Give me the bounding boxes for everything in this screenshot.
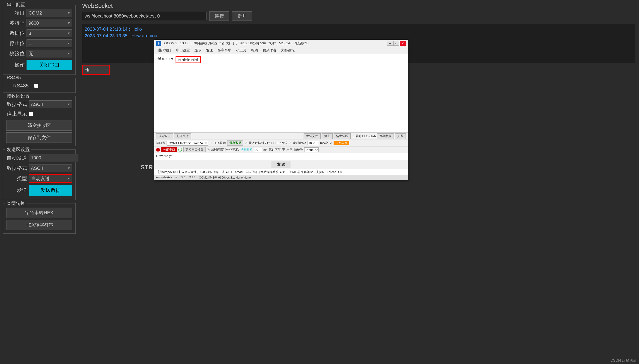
sscom-checkbox-english: ☐ (362, 134, 365, 138)
data-bits-select[interactable]: 8 (26, 29, 72, 37)
sscom-checkbox-hex-send[interactable]: ☐ (271, 142, 274, 145)
sscom-english-label: English (366, 134, 376, 138)
sscom-main-content: HiI am fine HiHiHiHiHiHi (154, 54, 408, 132)
sscom-send-file-button[interactable]: 发送文件 (304, 133, 321, 139)
recv-format-select-wrapper[interactable]: ASCII ▼ (29, 100, 72, 108)
send-data-format-row: 数据格式 ASCII ▼ (6, 164, 72, 172)
sscom-timing-unit: ms/次 (320, 141, 328, 145)
sscom-refresh-icon[interactable] (178, 148, 182, 152)
baud-select-wrapper[interactable]: 9600 ▼ (26, 19, 72, 27)
sscom-port-label: 端口号 (156, 141, 165, 145)
baud-select[interactable]: 9600 (26, 19, 72, 27)
sscom-checkbox-add-time[interactable]: ☑ (207, 148, 210, 152)
send-format-select[interactable]: ASCII (29, 164, 72, 172)
send-data-format-label: 数据格式 (6, 165, 27, 172)
type-select-wrapper[interactable]: 自动发送 ▼ (29, 174, 72, 183)
maximize-button[interactable]: □ (393, 41, 399, 46)
ws-msg1-text: Hello (130, 26, 142, 32)
sscom-menubar: 通讯端口 串口设置 显示 发送 多字符串 小工具 帮助 联系作者 大虾论坛 (154, 47, 408, 54)
websocket-header: WebSocket ws://localhost:8080/websocket/… (78, 0, 639, 22)
port-select[interactable]: COM2 (26, 9, 72, 17)
save-to-file-button[interactable]: 保存到文件 (6, 132, 72, 143)
type-conversion-section: 类型转换 字符串转HEX HEX转字符串 (3, 203, 76, 234)
sscom-timing-input[interactable]: 1000 (307, 141, 319, 145)
rs485-section: RS485 RS485 (3, 78, 76, 93)
rs485-title: RS485 (5, 75, 22, 80)
sscom-com-select[interactable]: COM1 Electronic Team Virtu (166, 141, 208, 146)
sscom-checkbox-add-return[interactable]: ☑ (330, 142, 332, 145)
parity-select-wrapper[interactable]: 无 ▼ (26, 50, 72, 58)
rs485-label: RS485 (13, 83, 28, 89)
sscom-fa-send-button[interactable]: 发 送 (271, 161, 291, 168)
sscom-ticker-text: 【升级到V5.13.1】★合宙高性价比4G模块值得一试 ★RT-Thread中国… (156, 170, 343, 174)
sscom-more-ports-button[interactable]: 更多串口设置 (184, 147, 206, 152)
send-text-input[interactable]: Hi (82, 65, 110, 75)
send-data-button[interactable]: 发送数据 (29, 185, 72, 196)
sscom-open-file-button[interactable]: 打开文件 (174, 133, 191, 139)
ws-msg2-text: How are you (130, 33, 157, 38)
type-select[interactable]: 自动发送 (29, 174, 72, 183)
hex-to-str-button[interactable]: HEX转字符串 (6, 220, 72, 230)
send-format-select-wrapper[interactable]: ASCII ▼ (29, 164, 72, 172)
sscom-hex-display-label: HEX显示 (214, 141, 226, 145)
stop-display-checkbox[interactable] (29, 112, 33, 116)
sscom-close-serial-button[interactable]: 关闭串口 (161, 147, 177, 152)
ws-msg2-colon: : (128, 33, 130, 38)
left-panel: 串口配置 端口 COM2 ▼ 波特率 9600 ▼ 数据位 (0, 0, 78, 364)
sscom-bottom-toolbar: 清除窗口 打开文件 发送文件 停止 清发送区 ☐ 最前 ☐ English 保存… (154, 132, 408, 140)
sscom-menu-display[interactable]: 显示 (192, 48, 204, 53)
rs485-row: RS485 (6, 82, 72, 90)
stop-bits-select-wrapper[interactable]: 1 ▼ (26, 40, 72, 47)
sscom-verify-select[interactable]: None (304, 148, 318, 152)
data-bits-row: 数据位 8 ▼ (6, 29, 72, 37)
sscom-menu-contact[interactable]: 联系作者 (260, 48, 279, 53)
sscom-menu-serial-settings[interactable]: 串口设置 (174, 48, 192, 53)
sscom-red-circle-icon (156, 148, 160, 152)
sscom-add-return-button[interactable]: 加回车换 (334, 141, 349, 145)
close-window-button[interactable]: ✕ (400, 41, 406, 46)
sscom-menu-tools[interactable]: 小工具 (234, 48, 249, 53)
clear-receive-button[interactable]: 清空接收区 (6, 120, 72, 130)
minimize-button[interactable]: ─ (387, 41, 393, 46)
sscom-row2: 端口号 COM1 Electronic Team Virtu ☐ HEX显示 保… (154, 140, 408, 146)
parity-select[interactable]: 无 (26, 50, 72, 58)
sscom-checkbox-timing[interactable]: ☑ (289, 142, 292, 145)
sscom-menu-multi-string[interactable]: 多字符串 (215, 48, 234, 53)
data-bits-select-wrapper[interactable]: 8 ▼ (26, 29, 72, 37)
sscom-save-params-button[interactable]: 保存参数 (377, 133, 394, 139)
sscom-checkbox-hex-display[interactable]: ☐ (210, 142, 212, 145)
connect-button[interactable]: 连接 (210, 11, 229, 21)
receive-settings-title: 接收区设置 (5, 93, 31, 99)
sscom-ms-label: ms (264, 148, 267, 152)
sscom-send-row: 发 送 (154, 160, 408, 169)
rs485-checkbox[interactable] (34, 84, 38, 88)
send-settings-title: 发送区设置 (5, 146, 31, 153)
sscom-menu-comm-port[interactable]: 通讯端口 (155, 48, 174, 53)
ws-url-input[interactable]: ws://localhost:8080/websocket/test-0 (82, 12, 207, 20)
sscom-clear-send-button[interactable]: 清发送区 (334, 133, 351, 139)
sscom-status-port: COM1 已打开 9600bps,8,1,None,None (199, 176, 251, 180)
sscom-title-left: S SSCOM V5.13.1 串口/网络数据调试器,作者:大虾丁丁,26180… (156, 41, 309, 46)
sscom-menu-forum[interactable]: 大虾论坛 (279, 48, 297, 53)
port-select-wrapper[interactable]: COM2 ▼ (26, 9, 72, 17)
close-port-button[interactable]: 关闭串口 (26, 60, 72, 70)
stop-bits-select[interactable]: 1 (26, 40, 72, 47)
sscom-last-label: 最前 (355, 134, 361, 138)
sscom-save-data-button[interactable]: 保存数据 (227, 140, 243, 146)
str-to-hex-button[interactable]: 字符串转HEX (6, 208, 72, 218)
sscom-stop-button[interactable]: 停止 (322, 133, 333, 139)
sscom-checkbox-recv-file[interactable]: ☑ (245, 142, 248, 145)
disconnect-button[interactable]: 断开 (232, 11, 252, 21)
sscom-titlebar: S SSCOM V5.13.1 串口/网络数据调试器,作者:大虾丁丁,26180… (154, 40, 408, 47)
recv-data-format-row: 数据格式 ASCII ▼ (6, 100, 72, 108)
sscom-menu-help[interactable]: 帮助 (249, 48, 260, 53)
sscom-ms-input[interactable]: 20 (254, 148, 262, 152)
stop-bits-label: 停止位 (6, 40, 25, 47)
recv-format-select[interactable]: ASCII (29, 100, 72, 108)
sscom-expand-button[interactable]: 扩展 (395, 133, 406, 139)
sscom-byte-label: 第1 (269, 148, 273, 152)
sscom-clear-window-button[interactable]: 清除窗口 (156, 133, 173, 139)
sscom-title-text: SSCOM V5.13.1 串口/网络数据调试器,作者:大虾丁丁,2618058… (163, 41, 309, 46)
sscom-menu-send[interactable]: 发送 (204, 48, 215, 53)
sscom-hex-send-label: HEX发送 (276, 141, 288, 145)
